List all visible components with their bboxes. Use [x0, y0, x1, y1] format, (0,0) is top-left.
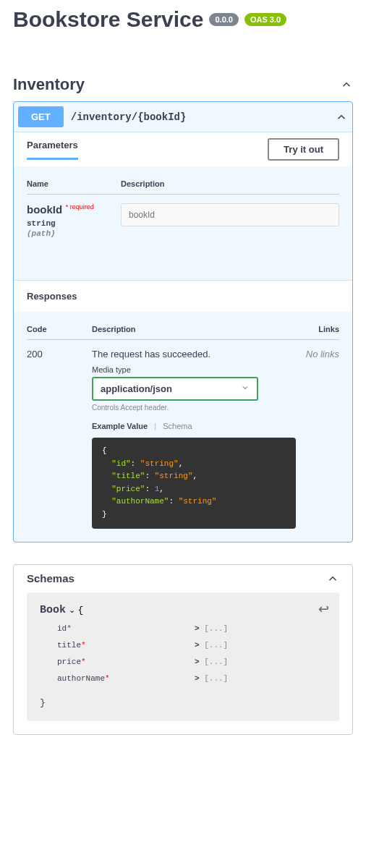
- tag-name: Inventory: [13, 75, 85, 94]
- response-code: 200: [27, 349, 92, 529]
- schemas-title: Schemas: [27, 572, 75, 584]
- chevron-down-icon[interactable]: ⌄: [69, 605, 77, 614]
- expand-icon[interactable]: > [...]: [195, 621, 228, 637]
- operation-path: /inventory/{bookId}: [71, 111, 328, 123]
- schema-property: authorName*> [...]: [57, 671, 326, 687]
- col-code-header: Code: [27, 325, 92, 333]
- example-code: { "id": "string", "title": "string", "pr…: [92, 438, 296, 529]
- prop-name: id*: [57, 621, 195, 637]
- col-links-header: Links: [296, 325, 339, 333]
- tab-example[interactable]: Example Value: [92, 422, 148, 430]
- col-desc-header: Description: [92, 325, 296, 333]
- version-badge: 0.0.0: [209, 13, 238, 26]
- prop-name: authorName*: [57, 671, 195, 687]
- chevron-up-icon: [340, 78, 353, 91]
- method-badge: GET: [18, 106, 64, 127]
- tag-header[interactable]: Inventory: [0, 68, 366, 101]
- response-links: No links: [296, 349, 339, 529]
- page-title: Bookstore Service: [13, 7, 203, 32]
- response-row: 200 The request has succeeded. Media typ…: [27, 349, 339, 529]
- schemas-block: Schemas ↩ Book ⌄ { id*> [...]title*> [..…: [13, 564, 353, 735]
- required-label: * required: [66, 203, 94, 210]
- param-type: string: [27, 219, 121, 228]
- try-it-out-button[interactable]: Try it out: [268, 138, 339, 161]
- col-desc-header: Description: [121, 179, 165, 188]
- schema-property: id*> [...]: [57, 621, 326, 637]
- media-type-value: application/json: [101, 383, 172, 394]
- parameters-tab[interactable]: Parameters: [27, 140, 78, 160]
- media-type-select[interactable]: application/json: [92, 377, 258, 401]
- prop-name: title*: [57, 637, 195, 654]
- tab-schema[interactable]: Schema: [163, 422, 192, 430]
- parameter-row: bookId * required string (path): [27, 203, 339, 238]
- schemas-header[interactable]: Schemas: [14, 565, 352, 592]
- media-type-label: Media type: [92, 365, 296, 374]
- col-name-header: Name: [27, 179, 121, 188]
- media-type-note: Controls Accept header.: [92, 404, 296, 412]
- chevron-up-icon: [335, 111, 348, 124]
- chevron-up-icon: [326, 572, 339, 585]
- prop-name: price*: [57, 654, 195, 671]
- expand-icon[interactable]: > [...]: [195, 654, 228, 671]
- schema-model: ↩ Book ⌄ { id*> [...]title*> [...]price*…: [27, 592, 339, 721]
- response-message: The request has succeeded.: [92, 349, 296, 359]
- operation-header[interactable]: GET /inventory/{bookId}: [14, 102, 352, 132]
- expand-icon[interactable]: > [...]: [195, 671, 228, 687]
- schema-name[interactable]: Book: [40, 604, 66, 616]
- operation-block: GET /inventory/{bookId} Parameters Try i…: [13, 101, 353, 542]
- schema-property: price*> [...]: [57, 654, 326, 671]
- oas-badge: OAS 3.0: [244, 13, 286, 26]
- return-icon[interactable]: ↩: [318, 601, 329, 617]
- expand-icon[interactable]: > [...]: [195, 637, 228, 654]
- chevron-down-icon: [241, 383, 250, 394]
- param-input[interactable]: [121, 203, 339, 226]
- param-in: (path): [27, 229, 121, 238]
- responses-header: Responses: [14, 280, 352, 312]
- param-name: bookId: [27, 203, 62, 216]
- schema-property: title*> [...]: [57, 637, 326, 654]
